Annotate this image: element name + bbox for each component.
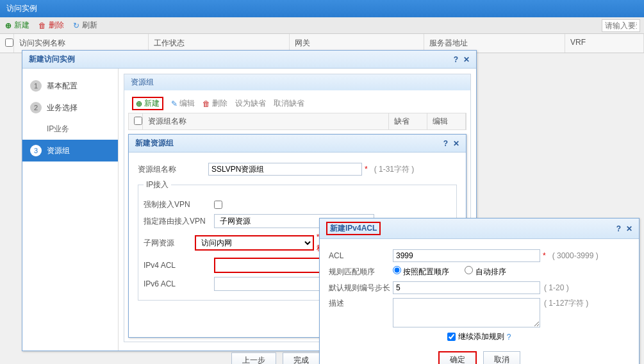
trash-icon: 🗑	[202, 99, 210, 108]
plus-icon: ⊕	[136, 99, 142, 108]
desc-label: 描述	[329, 298, 393, 309]
help-icon[interactable]: ?	[507, 333, 511, 342]
acl-title: 新建IPv4ACL	[326, 222, 381, 235]
acl-header: 新建IPv4ACL ? ✕	[320, 219, 639, 239]
rg-set-default-button[interactable]: 设为缺省	[235, 98, 266, 109]
resgrp-name-input[interactable]	[208, 163, 362, 176]
main-titlebar: 访问实例	[0, 0, 644, 17]
rg-new-button[interactable]: ⊕新建	[136, 98, 160, 109]
acl-num-label: ACL	[329, 251, 393, 260]
step-list: 1基本配置 2业务选择 IP业务 3资源组	[22, 69, 119, 351]
resgrp-name-hint: ( 1-31字符 )	[374, 164, 415, 175]
delete-button[interactable]: 🗑 删除	[38, 20, 64, 31]
match-config-order[interactable]: 按照配置顺序	[393, 266, 449, 277]
new-button[interactable]: ⊕ 新建	[5, 20, 29, 31]
continue-add-rule[interactable]: 继续添加规则	[447, 331, 504, 342]
close-icon[interactable]: ✕	[453, 139, 459, 148]
resgrp-title: 新建资源组	[135, 138, 174, 149]
step-hint: ( 1-20 )	[544, 283, 569, 292]
main-title: 访问实例	[6, 4, 37, 13]
ipv4-acl-label: IPv4 ACL	[144, 261, 214, 270]
wizard-header: 新建访问实例 ? ✕	[22, 51, 476, 69]
rg-edit-button[interactable]: ✎编辑	[171, 98, 195, 109]
help-icon[interactable]: ?	[443, 139, 448, 148]
acl-num-hint: ( 3000-3999 )	[552, 251, 599, 260]
resgrp-name-label: 资源组名称	[138, 164, 208, 175]
close-icon[interactable]: ✕	[463, 55, 470, 64]
force-vpn-label: 强制接入VPN	[144, 199, 214, 210]
step-input[interactable]	[393, 281, 540, 294]
select-all-checkbox[interactable]	[5, 38, 13, 47]
rg-grid-header: 资源组名称 缺省 编辑	[128, 113, 466, 130]
step-resource-group[interactable]: 3资源组	[22, 140, 118, 161]
resource-toolbar: ⊕新建 ✎编辑 🗑删除 设为缺省 取消缺省	[128, 94, 466, 113]
subnet-label: 子网资源	[144, 238, 195, 249]
acl-cancel-button[interactable]: 取消	[483, 351, 520, 364]
wizard-title: 新建访问实例	[29, 54, 75, 65]
search-input[interactable]	[602, 19, 640, 32]
rg-unset-default-button[interactable]: 取消缺省	[274, 98, 304, 109]
refresh-button[interactable]: ↻ 刷新	[73, 20, 97, 31]
step-ip-service[interactable]: IP业务	[22, 119, 118, 140]
acl-dialog: 新建IPv4ACL ? ✕ ACL * ( 3000-3999 ) 规则匹配顺序…	[319, 218, 640, 364]
finish-button[interactable]: 完成	[283, 352, 320, 364]
rg-col-name: 资源组名称	[143, 113, 389, 129]
prev-button[interactable]: 上一步	[231, 352, 276, 364]
ipv6-acl-label: IPv6 ACL	[144, 279, 214, 288]
required-star: *	[543, 251, 546, 260]
help-icon[interactable]: ?	[616, 224, 621, 233]
match-auto-order[interactable]: 自动排序	[465, 266, 506, 277]
required-star: *	[365, 165, 368, 174]
resgrp-name-row: 资源组名称 * ( 1-31字符 )	[138, 163, 457, 176]
col-vrf: VRF	[565, 34, 644, 53]
rg-col-default: 缺省	[389, 113, 427, 129]
force-vpn-checkbox[interactable]	[214, 201, 222, 209]
match-label: 规则匹配顺序	[329, 267, 393, 277]
help-icon[interactable]: ?	[454, 55, 458, 64]
acl-num-input[interactable]	[393, 249, 540, 262]
desc-hint: ( 1-127字符 )	[544, 298, 588, 309]
new-highlight: ⊕新建	[132, 97, 163, 110]
subnet-select[interactable]: 访问内网	[195, 235, 313, 251]
acl-ok-button[interactable]: 确定	[438, 351, 477, 364]
plus-icon: ⊕	[5, 21, 12, 30]
resource-panel-title: 资源组	[124, 74, 470, 90]
step-service[interactable]: 2业务选择	[22, 97, 118, 119]
ip-legend: IP接入	[144, 179, 171, 190]
edit-icon: ✎	[171, 99, 178, 108]
rg-select-all[interactable]	[134, 117, 142, 125]
refresh-icon: ↻	[73, 21, 79, 30]
step-basic[interactable]: 1基本配置	[22, 75, 118, 97]
step-label: 默认规则编号步长	[329, 283, 393, 294]
close-icon[interactable]: ✕	[626, 224, 632, 233]
rg-delete-button[interactable]: 🗑删除	[202, 98, 227, 109]
route-vpn-label: 指定路由接入VPN	[144, 216, 214, 227]
main-toolbar: ⊕ 新建 🗑 删除 ↻ 刷新	[0, 17, 644, 34]
resgrp-header: 新建资源组 ? ✕	[129, 135, 466, 153]
rg-col-edit: 编辑	[427, 113, 466, 129]
trash-icon: 🗑	[38, 21, 46, 30]
desc-textarea[interactable]	[393, 298, 540, 327]
